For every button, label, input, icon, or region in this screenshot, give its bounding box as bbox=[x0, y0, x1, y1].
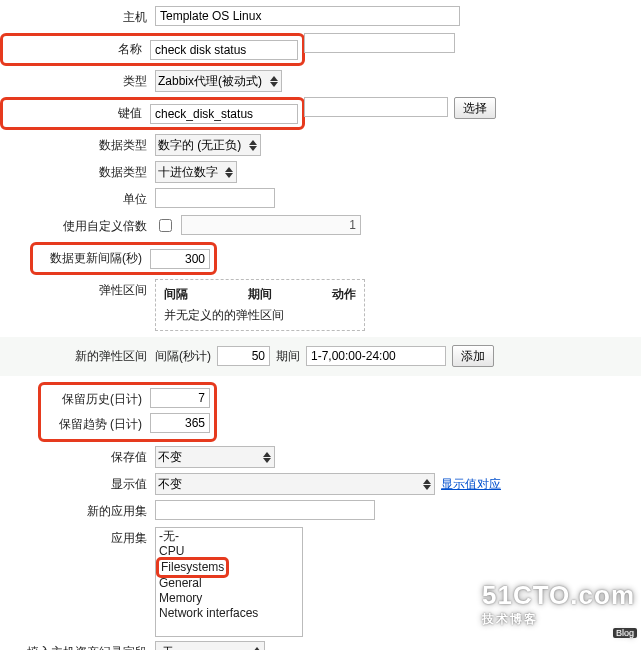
key-input-ext[interactable] bbox=[304, 97, 448, 117]
update-interval-input[interactable] bbox=[150, 249, 210, 269]
keep-trends-label: 保留趋势 (日计) bbox=[45, 413, 150, 436]
keep-trends-input[interactable] bbox=[150, 413, 210, 433]
display-select[interactable]: 不变 bbox=[155, 473, 435, 495]
name-label: 名称 bbox=[7, 38, 150, 61]
store-label: 保存值 bbox=[0, 446, 155, 469]
name-input-ext[interactable] bbox=[304, 33, 455, 53]
flex-col-period: 期间 bbox=[248, 286, 272, 303]
data-type2-label: 数据类型 bbox=[0, 161, 155, 184]
apps-label: 应用集 bbox=[0, 527, 155, 550]
select-button[interactable]: 选择 bbox=[454, 97, 496, 119]
new-flex-interval-label: 间隔(秒计) bbox=[155, 348, 211, 365]
flex-none-text: 并无定义的的弹性区间 bbox=[164, 307, 356, 324]
new-app-label: 新的应用集 bbox=[0, 500, 155, 523]
list-item[interactable]: Memory bbox=[158, 591, 300, 606]
units-label: 单位 bbox=[0, 188, 155, 211]
update-interval-label: 数据更新间隔(秒) bbox=[37, 247, 150, 270]
list-item[interactable]: Network interfaces bbox=[158, 606, 300, 621]
flex-col-action: 动作 bbox=[332, 286, 356, 303]
keep-history-input[interactable] bbox=[150, 388, 210, 408]
multiplier-checkbox[interactable] bbox=[159, 219, 172, 232]
multiplier-label: 使用自定义倍数 bbox=[0, 215, 155, 238]
list-item[interactable]: General bbox=[158, 576, 300, 591]
inventory-label: 填入主机资产纪录字段 bbox=[0, 641, 155, 650]
type-label: 类型 bbox=[0, 70, 155, 93]
add-button[interactable]: 添加 bbox=[452, 345, 494, 367]
key-input[interactable] bbox=[150, 104, 298, 124]
host-input[interactable] bbox=[155, 6, 460, 26]
data-type2-select[interactable]: 十进位数字 bbox=[155, 161, 237, 183]
new-flex-period-label: 期间 bbox=[276, 348, 300, 365]
name-input[interactable] bbox=[150, 40, 298, 60]
list-item[interactable]: Filesystems bbox=[158, 559, 300, 576]
flex-interval-box: 间隔 期间 动作 并无定义的的弹性区间 bbox=[155, 279, 365, 331]
show-mapping-link[interactable]: 显示值对应 bbox=[441, 476, 501, 493]
apps-listbox[interactable]: -无-CPUFilesystemsGeneralMemoryNetwork in… bbox=[155, 527, 303, 637]
new-app-input[interactable] bbox=[155, 500, 375, 520]
data-type-label: 数据类型 bbox=[0, 134, 155, 157]
flex-col-interval: 间隔 bbox=[164, 286, 188, 303]
type-select[interactable]: Zabbix代理(被动式) bbox=[155, 70, 282, 92]
new-flex-period-input[interactable] bbox=[306, 346, 446, 366]
list-item[interactable]: -无- bbox=[158, 529, 300, 544]
multiplier-input bbox=[181, 215, 361, 235]
units-input[interactable] bbox=[155, 188, 275, 208]
key-label: 键值 bbox=[7, 102, 150, 125]
display-label: 显示值 bbox=[0, 473, 155, 496]
new-flex-interval-input[interactable] bbox=[217, 346, 270, 366]
host-label: 主机 bbox=[0, 6, 155, 29]
keep-history-label: 保留历史(日计) bbox=[45, 388, 150, 411]
inventory-select[interactable]: -无- bbox=[155, 641, 265, 650]
store-select[interactable]: 不变 bbox=[155, 446, 275, 468]
flex-label: 弹性区间 bbox=[0, 279, 155, 302]
new-flex-label: 新的弹性区间 bbox=[0, 345, 155, 368]
data-type-select[interactable]: 数字的 (无正负) bbox=[155, 134, 261, 156]
